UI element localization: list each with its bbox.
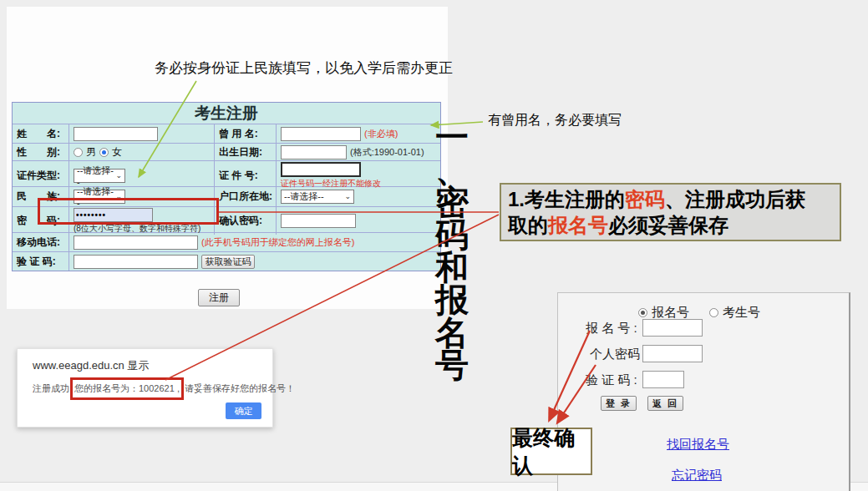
password-label: 密 码: — [13, 207, 69, 235]
gender-male-radio[interactable] — [74, 148, 83, 157]
form-row-captcha: 验 证 码: 获取验证码 — [13, 252, 440, 271]
dialog-message: 注册成功 您的报名号为：1002621 , 请妥善保存好您的报名号！ — [33, 377, 295, 400]
form-row-gender: 性 别: 男 女 出生日期: (格式:1990-01-01) — [13, 144, 440, 161]
gender-female-radio[interactable] — [99, 148, 109, 157]
screenshot-canvas: 务必按身份证上民族填写，以免入学后需办更正 有曾用名，务必要填写 考生注册 姓 … — [0, 0, 868, 491]
dialog-title: www.eeagd.edu.cn 显示 — [33, 358, 149, 373]
login-panel: 报名号 考生号 报 名 号 : 个人密码 : 验 证 码 : 登 录 返 回 找… — [557, 292, 850, 491]
former-name-note: (非必填) — [364, 128, 398, 140]
login-captcha-label: 验 证 码 : — [586, 372, 637, 388]
gender-female-label: 女 — [112, 145, 122, 159]
former-name-label: 曾 用 名: — [215, 124, 277, 143]
login-password-input[interactable] — [642, 345, 703, 362]
form-row-password: 密 码: (8位大小写字母、数字和特殊字符) 确认密码: — [13, 207, 440, 233]
hukou-select[interactable]: --请选择--⌄ — [281, 190, 354, 204]
id-type-select[interactable]: --请选择--⌄ — [74, 169, 125, 183]
candidate-no-radio[interactable] — [709, 308, 718, 317]
name-input[interactable] — [74, 127, 158, 141]
form-row-name: 姓 名: 曾 用 名: (非必填) — [13, 124, 440, 144]
captcha-label: 验 证 码: — [13, 252, 69, 271]
form-row-ethnicity: 民 族: --请选择--⌄ 户口所在地: --请选择--⌄ — [13, 187, 440, 207]
form-row-mobile: 移动电话: (此手机号码用于绑定您的网上报名号) — [13, 233, 440, 252]
chevron-down-icon: ⌄ — [344, 193, 351, 200]
forgot-password-link[interactable]: 忘记密码 — [672, 468, 722, 483]
chevron-down-icon: ⌄ — [115, 193, 122, 200]
mobile-note: (此手机号码用于绑定您的网上报名号) — [201, 236, 354, 249]
login-reg-no-label: 报 名 号 : — [586, 321, 637, 337]
id-number-label: 证 件 号: — [215, 161, 277, 190]
name-label: 姓 名: — [13, 124, 69, 143]
captcha-input[interactable] — [74, 255, 198, 269]
mobile-label: 移动电话: — [13, 233, 69, 251]
callout-keyword: 密码 — [625, 188, 665, 210]
success-dialog: www.eeagd.edu.cn 显示 注册成功 您的报名号为：1002621 … — [17, 348, 273, 428]
dialog-message-suffix: 请妥善保存好您的报名号！ — [185, 382, 295, 395]
back-button[interactable]: 返 回 — [647, 396, 683, 411]
callout-text: 必须妥善保存 — [608, 214, 728, 236]
chevron-down-icon: ⌄ — [115, 172, 122, 180]
mobile-input[interactable] — [74, 235, 198, 250]
form-title: 考生注册 — [13, 103, 440, 124]
login-password-label: 个人密码 : — [590, 347, 647, 362]
login-button[interactable]: 登 录 — [601, 396, 637, 411]
id-number-input[interactable] — [281, 162, 361, 177]
get-captcha-button[interactable]: 获取验证码 — [201, 255, 255, 269]
annotation-ethnicity-note: 务必按身份证上民族填写，以免入学后需办更正 — [155, 58, 453, 78]
ethnicity-label: 民 族: — [13, 187, 69, 206]
vertical-title-char: 一 — [435, 121, 469, 154]
vertical-title-char: 、 — [435, 154, 469, 186]
callout-text: 、注册成功后获 — [665, 188, 805, 210]
vertical-section-title: 一、密码和报名号 — [432, 121, 472, 382]
id-type-label: 证件类型: — [13, 161, 69, 190]
callout-box: 1.考生注册的密码、注册成功后获取的报名号必须妥善保存 — [500, 183, 841, 241]
vertical-title-char: 名 — [435, 316, 469, 349]
login-reg-no-input[interactable] — [642, 319, 703, 337]
login-captcha-input[interactable] — [642, 371, 684, 388]
reg-no-radio[interactable] — [638, 308, 647, 317]
former-name-input[interactable] — [281, 127, 361, 141]
reg-number-highlight-rect: 您的报名号为：1002621 , — [70, 377, 184, 400]
password-input[interactable] — [74, 208, 153, 222]
dob-label: 出生日期: — [215, 144, 277, 160]
confirm-password-input[interactable] — [281, 214, 356, 228]
dob-format-note: (格式:1990-01-01) — [350, 146, 424, 159]
callout-keyword: 报名号 — [548, 214, 608, 236]
dialog-ok-button[interactable]: 确定 — [226, 402, 261, 419]
gender-male-label: 男 — [86, 145, 96, 159]
vertical-title-char: 密 — [435, 186, 469, 219]
vertical-title-char: 号 — [435, 349, 469, 382]
ethnicity-select[interactable]: --请选择--⌄ — [74, 190, 125, 204]
vertical-title-char: 报 — [435, 284, 469, 316]
final-confirm-box: 最终确认 — [510, 428, 592, 475]
dialog-message-prefix: 注册成功 — [33, 382, 69, 395]
form-row-id: 证件类型: --请选择--⌄ 证 件 号: 证件号码一经注册不能修改 — [13, 161, 440, 187]
candidate-no-radio-label: 考生号 — [723, 305, 760, 321]
vertical-title-char: 码 — [435, 219, 469, 251]
callout-text: 取的 — [508, 214, 548, 236]
register-button[interactable]: 注册 — [198, 289, 240, 306]
find-reg-no-link[interactable]: 找回报名号 — [667, 437, 729, 453]
vertical-title-char: 和 — [435, 251, 469, 284]
callout-text: 1.考生注册的 — [508, 188, 625, 210]
annotation-former-name-note: 有曾用名，务必要填写 — [488, 112, 622, 129]
hukou-label: 户口所在地: — [215, 187, 277, 206]
gender-label: 性 别: — [13, 144, 69, 160]
confirm-password-label: 确认密码: — [215, 207, 277, 235]
dob-input[interactable] — [281, 145, 347, 159]
registration-form: 考生注册 姓 名: 曾 用 名: (非必填) 性 别: 男 女 出生日期: (格… — [12, 102, 441, 271]
